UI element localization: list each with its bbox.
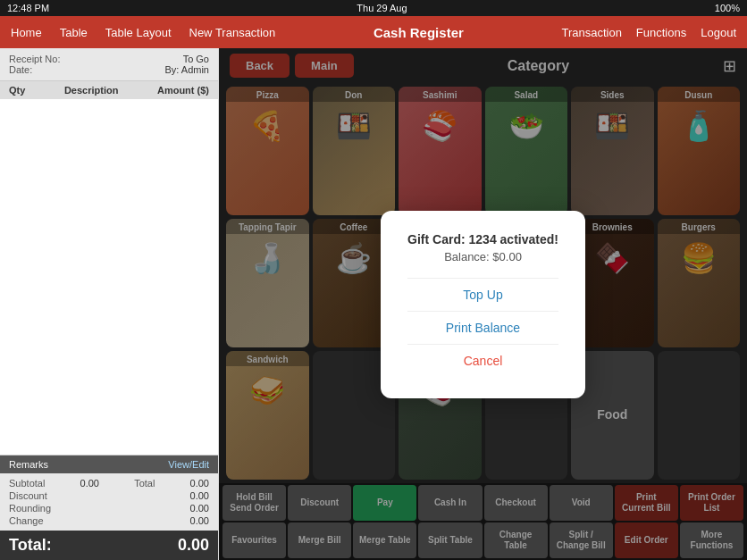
date-label: Date: [9, 64, 32, 75]
by-admin: By: Admin [164, 64, 209, 75]
nav-table-layout[interactable]: Table Layout [105, 26, 172, 39]
modal-balance: Balance: $0.00 [407, 250, 558, 263]
main-layout: Receipt No: To Go Date: By: Admin Qty De… [0, 48, 747, 560]
right-panel: Back Main Category ⊞ Pizza🍕Don🍱Sashimi🍣S… [219, 48, 747, 560]
receipt-items [0, 99, 218, 455]
col-qty: Qty [9, 85, 25, 96]
modal-title: Gift Card: 1234 activated! [407, 232, 558, 247]
nav-title: Cash Register [275, 25, 561, 40]
col-amount: Amount ($) [157, 85, 209, 96]
modal-box: Gift Card: 1234 activated! Balance: $0.0… [381, 211, 585, 398]
change-value: 0.00 [190, 515, 209, 526]
nav-functions[interactable]: Functions [636, 26, 686, 39]
receipt-no-value: To Go [183, 54, 209, 64]
total-value: 0.00 [190, 478, 209, 489]
battery-display: 100% [715, 3, 740, 13]
total-label: Total [134, 478, 155, 489]
nav-left: Home Table Table Layout New Transaction [11, 26, 275, 39]
rounding-value: 0.00 [190, 503, 209, 514]
nav-home[interactable]: Home [11, 26, 42, 39]
discount-value: 0.00 [190, 490, 209, 501]
modal-top-up-button[interactable]: Top Up [407, 278, 558, 311]
nav-bar: Home Table Table Layout New Transaction … [0, 16, 747, 48]
time-display: 12:48 PM [7, 3, 49, 13]
change-label: Change [9, 515, 44, 526]
rounding-label: Rounding [9, 503, 51, 514]
grand-total: Total: 0.00 [0, 531, 218, 560]
modal-buttons: Top UpPrint BalanceCancel [407, 278, 558, 377]
subtotal-value: 0.00 [80, 478, 99, 489]
nav-logout[interactable]: Logout [701, 26, 736, 39]
remarks-label: Remarks [9, 459, 48, 470]
modal-print-balance-button[interactable]: Print Balance [407, 311, 558, 344]
discount-label: Discount [9, 490, 47, 501]
left-panel: Receipt No: To Go Date: By: Admin Qty De… [0, 48, 219, 560]
receipt-no-label: Receipt No: [9, 54, 60, 64]
modal-cancel-button[interactable]: Cancel [407, 344, 558, 377]
nav-table[interactable]: Table [60, 26, 88, 39]
date-display: Thu 29 Aug [357, 3, 407, 13]
nav-new-transaction[interactable]: New Transaction [189, 26, 276, 39]
remarks-header: Remarks View/Edit [0, 456, 218, 473]
grand-total-value: 0.00 [178, 536, 209, 555]
receipt-header: Receipt No: To Go Date: By: Admin [0, 48, 218, 81]
grand-total-label: Total: [9, 536, 52, 555]
nav-right: Transaction Functions Logout [561, 26, 736, 39]
remarks-view-edit-link[interactable]: View/Edit [168, 459, 209, 470]
col-description: Description [64, 85, 119, 96]
remarks-section: Remarks View/Edit Subtotal 0.00 Total 0.… [0, 455, 218, 531]
totals-section: Subtotal 0.00 Total 0.00 Discount 0.00 R… [0, 473, 218, 531]
modal-overlay: Gift Card: 1234 activated! Balance: $0.0… [219, 48, 747, 560]
receipt-columns: Qty Description Amount ($) [0, 81, 218, 99]
nav-transaction[interactable]: Transaction [561, 26, 621, 39]
status-bar: 12:48 PM Thu 29 Aug 100% [0, 0, 747, 16]
subtotal-label: Subtotal [9, 478, 45, 489]
